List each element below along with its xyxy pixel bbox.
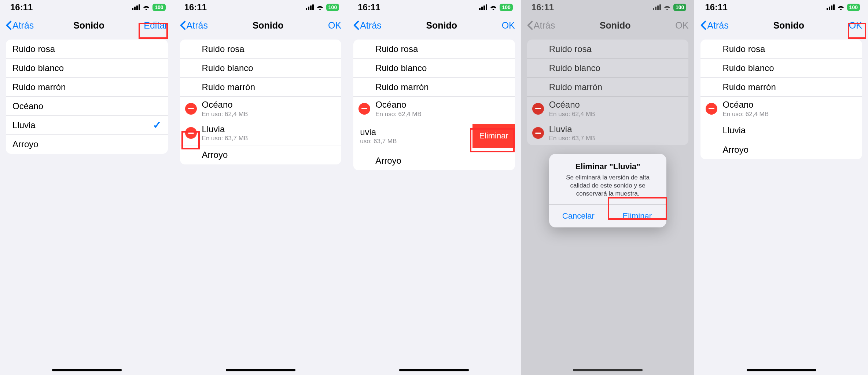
screen-1-list: 16:11 100 Atrás Sonido Editar Ruido rosa…	[0, 0, 174, 375]
sound-row-rosa[interactable]: Ruido rosa	[700, 40, 862, 59]
back-label: Atrás	[360, 20, 381, 31]
chevron-left-icon	[6, 21, 12, 30]
sound-row-rosa[interactable]: Ruido rosa	[6, 40, 168, 59]
wifi-icon	[316, 4, 324, 10]
ok-button[interactable]: OK	[849, 20, 862, 31]
home-indicator	[226, 369, 295, 371]
wifi-icon	[142, 4, 150, 10]
screen-5-done: 16:11 100 Atrás Sonido OK Ruido rosa Rui…	[694, 0, 868, 375]
sound-row-blanco[interactable]: Ruido blanco	[353, 59, 515, 78]
cellular-icon	[827, 4, 835, 10]
home-indicator	[399, 369, 469, 371]
battery-icon: 100	[500, 4, 512, 11]
alert-backdrop: Eliminar "Lluvia" Se eliminará la versió…	[521, 0, 695, 375]
back-button[interactable]: Atrás	[700, 20, 728, 31]
sound-row-arroyo[interactable]: Arroyo	[700, 140, 862, 159]
status-bar: 16:11 100	[174, 0, 347, 15]
status-bar: 16:11 100	[695, 0, 868, 15]
wifi-icon	[489, 4, 497, 10]
status-time: 16:11	[358, 2, 380, 12]
page-title: Sonido	[73, 20, 104, 31]
home-indicator	[573, 369, 643, 371]
sound-list-editing: Ruido rosa Ruido blanco Ruido marrón Océ…	[353, 40, 515, 170]
sound-row-lluvia[interactable]: Lluvia ✓	[6, 116, 168, 135]
nav-bar: Atrás Sonido OK	[695, 15, 868, 36]
delete-badge-icon[interactable]	[358, 103, 370, 115]
sound-list: Ruido rosa Ruido blanco Ruido marrón Océ…	[6, 40, 168, 154]
sound-list-editing: Ruido rosa Ruido blanco Ruido marrón Océ…	[700, 40, 862, 159]
battery-icon: 100	[847, 4, 860, 11]
back-button[interactable]: Atrás	[6, 20, 34, 31]
sound-row-blanco[interactable]: Ruido blanco	[700, 59, 862, 78]
sound-row-lluvia[interactable]: LluviaEn uso: 63,7 MB	[180, 121, 342, 146]
delete-alert: Eliminar "Lluvia" Se eliminará la versió…	[549, 154, 666, 227]
sound-row-lluvia[interactable]: Lluvia	[700, 121, 862, 140]
chevron-left-icon	[180, 21, 186, 30]
back-label: Atrás	[707, 20, 728, 31]
ok-button[interactable]: OK	[328, 20, 341, 31]
screen-4-alert: 16:11 100 Atrás Sonido OK Ruido rosa Rui…	[521, 0, 695, 375]
back-button[interactable]: Atrás	[353, 20, 381, 31]
page-title: Sonido	[253, 20, 284, 31]
sound-row-lluvia-swiped[interactable]: uviauso: 63,7 MB Eliminar	[353, 121, 515, 152]
alert-confirm-button[interactable]: Eliminar	[608, 205, 667, 227]
delete-badge-icon[interactable]	[185, 127, 197, 139]
sound-row-marron[interactable]: Ruido marrón	[6, 78, 168, 97]
sound-list-editing: Ruido rosa Ruido blanco Ruido marrón Océ…	[180, 40, 342, 164]
status-indicators: 100	[479, 4, 512, 11]
status-indicators: 100	[132, 4, 165, 11]
sound-row-marron[interactable]: Ruido marrón	[180, 78, 342, 97]
status-bar: 16:11 100	[347, 0, 521, 15]
ok-button[interactable]: OK	[502, 20, 515, 31]
delete-badge-icon[interactable]	[185, 103, 197, 115]
chevron-left-icon	[353, 21, 359, 30]
sound-row-oceano[interactable]: Océano	[6, 97, 168, 116]
screen-3-swipe: 16:11 100 Atrás Sonido OK Ruido rosa Rui…	[347, 0, 521, 375]
delete-badge-icon[interactable]	[706, 103, 717, 115]
sound-row-arroyo[interactable]: Arroyo	[6, 135, 168, 154]
status-indicators: 100	[827, 4, 860, 11]
sound-row-arroyo[interactable]: Arroyo	[180, 145, 342, 164]
checkmark-icon: ✓	[153, 119, 161, 131]
sound-row-oceano[interactable]: OcéanoEn uso: 62,4 MB	[700, 97, 862, 121]
cellular-icon	[306, 4, 314, 10]
cellular-icon	[132, 4, 140, 10]
sound-row-blanco[interactable]: Ruido blanco	[6, 59, 168, 78]
home-indicator	[52, 369, 122, 371]
edit-button[interactable]: Editar	[144, 20, 168, 31]
status-indicators: 100	[306, 4, 339, 11]
alert-cancel-button[interactable]: Cancelar	[549, 205, 608, 227]
nav-bar: Atrás Sonido Editar	[0, 15, 174, 36]
sound-row-rosa[interactable]: Ruido rosa	[353, 40, 515, 59]
screen-2-edit: 16:11 100 Atrás Sonido OK Ruido rosa Rui…	[174, 0, 347, 375]
status-time: 16:11	[705, 2, 727, 12]
nav-bar: Atrás Sonido OK	[174, 15, 347, 36]
home-indicator	[747, 369, 816, 371]
nav-bar: Atrás Sonido OK	[347, 15, 521, 36]
page-title: Sonido	[773, 20, 804, 31]
sound-row-blanco[interactable]: Ruido blanco	[180, 59, 342, 78]
cellular-icon	[479, 4, 487, 10]
battery-icon: 100	[326, 4, 339, 11]
page-title: Sonido	[426, 20, 457, 31]
alert-title: Eliminar "Lluvia"	[556, 162, 659, 171]
sound-row-arroyo[interactable]: Arroyo	[353, 151, 515, 170]
sound-row-marron[interactable]: Ruido marrón	[353, 78, 515, 97]
swipe-delete-button[interactable]: Eliminar	[472, 124, 515, 148]
sound-row-oceano[interactable]: OcéanoEn uso: 62,4 MB	[353, 97, 515, 121]
back-label: Atrás	[187, 20, 208, 31]
sound-row-rosa[interactable]: Ruido rosa	[180, 40, 342, 59]
sound-row-marron[interactable]: Ruido marrón	[700, 78, 862, 97]
status-bar: 16:11 100	[0, 0, 174, 15]
status-time: 16:11	[10, 2, 33, 12]
back-button[interactable]: Atrás	[180, 20, 208, 31]
wifi-icon	[837, 4, 845, 10]
chevron-left-icon	[700, 21, 706, 30]
status-time: 16:11	[184, 2, 207, 12]
sound-row-oceano[interactable]: OcéanoEn uso: 62,4 MB	[180, 97, 342, 121]
back-label: Atrás	[12, 20, 34, 31]
alert-message: Se eliminará la versión de alta calidad …	[556, 174, 659, 198]
battery-icon: 100	[152, 4, 165, 11]
